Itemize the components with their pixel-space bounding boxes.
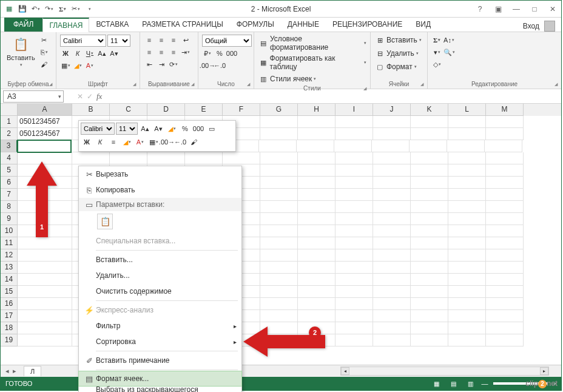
- page-break-view-icon[interactable]: ▥: [465, 379, 477, 388]
- copy-button[interactable]: ⎘▾: [39, 47, 50, 58]
- help-icon[interactable]: ?: [474, 5, 486, 13]
- mini-size-select[interactable]: 11: [116, 123, 138, 135]
- paste-option-icon[interactable]: 📋: [97, 214, 113, 229]
- row-header[interactable]: 13: [1, 262, 18, 274]
- cells-insert-button[interactable]: ⊞Вставить▾: [374, 35, 422, 46]
- cell[interactable]: [373, 274, 411, 286]
- font-family-select[interactable]: Calibri: [60, 35, 106, 47]
- cells-delete-button[interactable]: ⊟Удалить▾: [374, 48, 419, 59]
- col-header[interactable]: C: [110, 104, 147, 116]
- conditional-format-button[interactable]: ▤Условное форматирование▾: [258, 35, 366, 52]
- cell[interactable]: [72, 152, 110, 164]
- ctx-filter[interactable]: Фильтр: [79, 318, 241, 334]
- cell[interactable]: [260, 213, 298, 225]
- tab-page-layout[interactable]: РАЗМЕТКА СТРАНИЦЫ: [135, 17, 230, 32]
- ctx-insert[interactable]: Вставить...: [79, 252, 241, 268]
- fx-icon[interactable]: fx: [93, 92, 106, 101]
- cell[interactable]: [411, 262, 448, 274]
- mini-align-button[interactable]: ≡: [107, 136, 120, 148]
- cell[interactable]: [373, 201, 411, 213]
- row-header[interactable]: 10: [1, 225, 18, 237]
- row-header[interactable]: 1: [1, 116, 18, 128]
- cell[interactable]: [373, 128, 411, 140]
- cell[interactable]: [335, 274, 373, 286]
- cell[interactable]: [260, 201, 298, 213]
- cell[interactable]: [448, 225, 486, 237]
- cell[interactable]: [260, 116, 298, 128]
- cell[interactable]: [298, 225, 335, 237]
- ctx-format-cells[interactable]: ▤Формат ячеек...: [78, 371, 242, 387]
- cell[interactable]: [335, 177, 373, 189]
- cell[interactable]: [411, 334, 448, 346]
- col-header[interactable]: M: [486, 104, 524, 116]
- cell[interactable]: [486, 249, 524, 262]
- cell[interactable]: [298, 274, 335, 286]
- cell[interactable]: [448, 189, 486, 201]
- cell[interactable]: [298, 128, 335, 140]
- ctx-delete[interactable]: Удалить...: [79, 268, 241, 283]
- name-box[interactable]: A3: [3, 90, 64, 103]
- row-header[interactable]: 7: [1, 189, 18, 201]
- cell[interactable]: [18, 274, 72, 286]
- decrease-indent-button[interactable]: ⇤: [144, 59, 155, 70]
- cell[interactable]: [411, 164, 448, 177]
- font-color-button[interactable]: A▾: [84, 60, 95, 71]
- col-header[interactable]: J: [373, 104, 411, 116]
- cell[interactable]: [373, 298, 411, 310]
- cell[interactable]: [373, 189, 411, 201]
- cell[interactable]: 0501234567: [18, 116, 72, 128]
- cell[interactable]: [335, 128, 373, 140]
- col-header[interactable]: L: [448, 104, 486, 116]
- grow-font-button[interactable]: A▴: [96, 48, 107, 59]
- sheet-prev-icon[interactable]: ◂: [5, 367, 9, 375]
- row-header[interactable]: 5: [1, 164, 18, 177]
- cell[interactable]: [486, 334, 524, 346]
- cell[interactable]: [18, 262, 72, 274]
- cell[interactable]: [373, 334, 411, 346]
- cell[interactable]: [147, 152, 185, 164]
- cell[interactable]: [18, 249, 72, 262]
- cell[interactable]: [411, 249, 448, 262]
- user-avatar-icon[interactable]: [544, 21, 555, 32]
- cell[interactable]: [486, 152, 524, 164]
- cell[interactable]: [335, 152, 373, 164]
- cell[interactable]: [335, 189, 373, 201]
- col-header[interactable]: G: [260, 104, 298, 116]
- cell[interactable]: [298, 298, 335, 310]
- cell[interactable]: [297, 140, 334, 152]
- cell[interactable]: [18, 334, 72, 346]
- cell[interactable]: [486, 177, 524, 189]
- cell[interactable]: [448, 322, 486, 334]
- cell[interactable]: [486, 286, 524, 298]
- cell[interactable]: [335, 213, 373, 225]
- cell[interactable]: [486, 116, 524, 128]
- sheet-tab[interactable]: Л: [24, 366, 41, 376]
- cell[interactable]: [223, 152, 260, 164]
- comma-button[interactable]: 000: [226, 48, 237, 59]
- cell[interactable]: [260, 262, 298, 274]
- redo-icon[interactable]: ↷▾: [44, 4, 54, 14]
- mini-dec-decimal-button[interactable]: ←.0: [174, 136, 186, 148]
- cell[interactable]: [411, 322, 448, 334]
- cell[interactable]: [260, 249, 298, 262]
- cell[interactable]: [485, 140, 522, 152]
- cell[interactable]: [411, 310, 448, 322]
- cell[interactable]: [17, 140, 72, 153]
- mini-bold-button[interactable]: Ж: [81, 136, 93, 148]
- cell[interactable]: [448, 237, 486, 249]
- cell[interactable]: [448, 298, 486, 310]
- col-header[interactable]: D: [147, 104, 185, 116]
- cut-icon[interactable]: ✂▾: [71, 4, 81, 14]
- sum-icon[interactable]: Σ▾: [58, 4, 67, 14]
- col-header[interactable]: H: [298, 104, 335, 116]
- cell[interactable]: [448, 262, 486, 274]
- tab-data[interactable]: ДАННЫЕ: [281, 17, 326, 32]
- ctx-cut[interactable]: ✂Вырезать: [79, 166, 241, 182]
- cell[interactable]: [298, 177, 335, 189]
- cell[interactable]: [260, 177, 298, 189]
- cell[interactable]: [411, 116, 448, 128]
- cell[interactable]: [486, 274, 524, 286]
- cell[interactable]: [411, 201, 448, 213]
- save-icon[interactable]: 💾: [18, 4, 27, 14]
- cell[interactable]: [411, 274, 448, 286]
